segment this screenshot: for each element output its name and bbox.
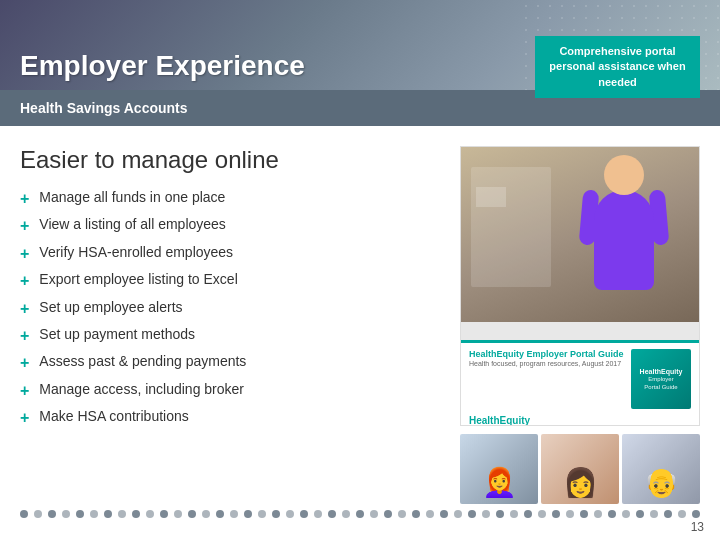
dot [678,510,686,518]
plus-icon: + [20,215,29,237]
plus-icon: + [20,298,29,320]
dot [20,510,28,518]
dot [538,510,546,518]
dot [272,510,280,518]
list-item: + Set up employee alerts [20,298,440,320]
plus-icon: + [20,352,29,374]
list-item: + Export employee listing to Excel [20,270,440,292]
plus-icon: + [20,407,29,429]
dot [384,510,392,518]
plus-icon: + [20,325,29,347]
plus-icon: + [20,188,29,210]
dot [146,510,154,518]
feature-text: Make HSA contributions [39,407,188,427]
dot [202,510,210,518]
dot [426,510,434,518]
dot [552,510,560,518]
dot [398,510,406,518]
dot [440,510,448,518]
feature-text: View a listing of all employees [39,215,226,235]
dot [174,510,182,518]
guide-title: HealthEquity Employer Portal Guide [469,349,625,360]
feature-text: Manage all funds in one place [39,188,225,208]
guide-logo-main: HealthEquity [469,415,691,426]
feature-text: Manage access, including broker [39,380,244,400]
portal-badge: Comprehensive portalpersonal assistance … [535,36,700,98]
main-photo [461,147,699,322]
dot [62,510,70,518]
feature-list: + Manage all funds in one place + View a… [20,188,440,430]
dot [342,510,350,518]
dot [650,510,658,518]
dot [664,510,672,518]
dot [314,510,322,518]
dot [188,510,196,518]
bottom-photo-3 [622,434,700,504]
guide-logo: HealthEquity Building Health Savings [469,415,691,426]
feature-text: Set up employee alerts [39,298,182,318]
list-item: + Make HSA contributions [20,407,440,429]
feature-text: Set up payment methods [39,325,195,345]
bottom-photo-2 [541,434,619,504]
dot [622,510,630,518]
dot [412,510,420,518]
portal-badge-text: Comprehensive portalpersonal assistance … [549,45,685,88]
feature-text: Verify HSA-enrolled employees [39,243,233,263]
plus-icon: + [20,243,29,265]
guide-overlay: HealthEquity Employer Portal Guide Healt… [461,340,699,425]
dot [76,510,84,518]
dot [692,510,700,518]
dot [566,510,574,518]
subheader: Health Savings Accounts Comprehensive po… [0,90,720,126]
feature-text: Export employee listing to Excel [39,270,237,290]
dot [258,510,266,518]
page-number: 13 [691,520,704,534]
guide-subtitle: Health focused, program resources, Augus… [469,360,625,368]
list-item: + Set up payment methods [20,325,440,347]
dot [230,510,238,518]
dot [244,510,252,518]
dot [132,510,140,518]
plus-icon: + [20,380,29,402]
dot [328,510,336,518]
dot [580,510,588,518]
dot [594,510,602,518]
dot [496,510,504,518]
dot [636,510,644,518]
main-content: Easier to manage online + Manage all fun… [0,126,720,514]
dot [356,510,364,518]
dot [524,510,532,518]
dot [482,510,490,518]
bottom-photos [460,434,700,504]
list-item: + Manage all funds in one place [20,188,440,210]
plus-icon: + [20,270,29,292]
feature-text: Assess past & pending payments [39,352,246,372]
section-title: Easier to manage online [20,146,440,174]
dot [370,510,378,518]
left-section: Easier to manage online + Manage all fun… [20,146,440,504]
dot [216,510,224,518]
dot [468,510,476,518]
dot [286,510,294,518]
dot [300,510,308,518]
bottom-photo-1 [460,434,538,504]
subheader-title: Health Savings Accounts [20,100,188,116]
dot [104,510,112,518]
image-collage: HealthEquity Employer Portal Guide Healt… [460,146,700,426]
list-item: + Verify HSA-enrolled employees [20,243,440,265]
dot [510,510,518,518]
dot [118,510,126,518]
dot [48,510,56,518]
right-section: HealthEquity Employer Portal Guide Healt… [460,146,700,504]
list-item: + Manage access, including broker [20,380,440,402]
footer-dots [0,510,720,518]
dot [454,510,462,518]
dot [608,510,616,518]
page-title: Employer Experience [20,51,305,82]
dot [90,510,98,518]
list-item: + View a listing of all employees [20,215,440,237]
dot [34,510,42,518]
list-item: + Assess past & pending payments [20,352,440,374]
dot [160,510,168,518]
